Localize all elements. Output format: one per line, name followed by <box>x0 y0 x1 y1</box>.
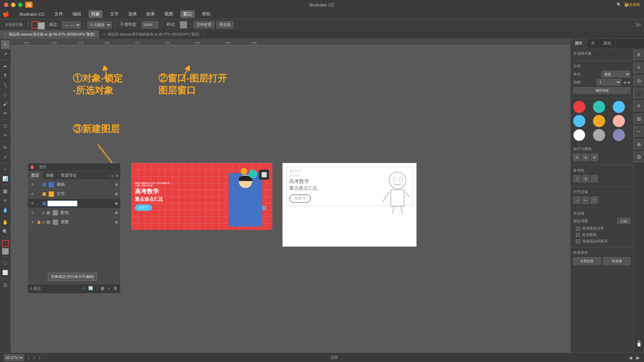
align-right-edge[interactable]: ⊤ <box>591 196 598 204</box>
guide-btn-3[interactable]: ↕ <box>591 175 598 182</box>
layers-tab-layers[interactable]: 图层 <box>28 171 43 180</box>
layer-move-to-clip[interactable]: ▦ <box>101 286 104 292</box>
layer-visibility-3[interactable]: 👁 <box>31 210 35 215</box>
layer-visibility-1[interactable]: 👁 <box>31 192 35 196</box>
panel-tab-properties[interactable]: 属性 <box>571 39 587 48</box>
tab-0[interactable]: ✕ 插边风-banner演示稿.ai @ 66.67% (RGB/GPU 预览) <box>0 30 99 39</box>
rp-icon-6[interactable]: ⊞ <box>634 113 644 124</box>
layer-expand-3[interactable]: ▶ <box>43 211 45 215</box>
swatch-orange[interactable] <box>593 115 605 127</box>
layers-tab-artboards[interactable]: 画板 <box>43 171 57 180</box>
zoom-select[interactable]: 66.67% <box>4 354 24 361</box>
mesh-tool[interactable]: # <box>1 196 10 205</box>
expand-icon[interactable]: ≫ <box>635 21 641 28</box>
pencil-tool[interactable]: ✏ <box>1 109 10 118</box>
warp-tool[interactable]: ~ <box>1 165 10 174</box>
tab-close-1[interactable]: ✕ <box>103 33 106 36</box>
layer-name-input-2[interactable] <box>47 200 77 206</box>
guide-btn-2[interactable]: ⊞ <box>582 175 589 182</box>
guide-btn-1[interactable]: | <box>573 175 581 182</box>
shape-tool[interactable]: □ <box>1 90 10 99</box>
status-forward[interactable]: ▶ <box>636 355 640 360</box>
stroke-color-left[interactable] <box>2 240 9 247</box>
menu-window[interactable]: 窗口 <box>180 10 195 18</box>
minimize-button[interactable] <box>11 3 15 7</box>
normal-mode[interactable]: □ <box>1 259 10 267</box>
rp-icon-1[interactable]: A <box>634 50 644 60</box>
status-back[interactable]: ◀ <box>629 355 632 360</box>
swatch-gray[interactable] <box>593 129 605 141</box>
fill-color-left[interactable] <box>2 248 9 255</box>
apple-menu[interactable]: 🍎 <box>3 11 9 17</box>
scale-tool[interactable]: ⤢ <box>1 153 10 161</box>
artboard-prev[interactable]: ◀ <box>623 80 626 84</box>
opacity-input[interactable] <box>142 21 158 28</box>
align-left-edge[interactable]: ⊣ <box>573 196 581 204</box>
screen-mode[interactable]: ⊡ <box>1 281 10 289</box>
panel-tab-library[interactable]: 库 <box>587 39 599 48</box>
round-corners-checkbox[interactable] <box>576 233 580 237</box>
kb-increment-input[interactable] <box>617 218 631 224</box>
menu-text[interactable]: 文字 <box>108 10 121 18</box>
rp-icon-4[interactable]: ⬛ <box>634 88 644 99</box>
eraser-tool[interactable]: ◻ <box>1 121 10 130</box>
line-tool[interactable]: ╲ <box>1 81 10 89</box>
layer-item-2[interactable]: 👁 🔒 <box>28 199 120 208</box>
titlebar-search-icon[interactable]: 🔍 <box>616 2 622 7</box>
scale-strokes-checkbox[interactable] <box>576 239 580 243</box>
swatch-pink[interactable] <box>613 115 625 127</box>
tab-1[interactable]: ✕ 插边风-banner演示稿的副本.ai @ 67% (RGB/GPU 预览) <box>99 30 204 39</box>
layer-lock-1[interactable]: 🔒 <box>37 192 41 196</box>
menu-file[interactable]: 文件 <box>52 10 65 18</box>
swatch-cyan[interactable] <box>573 115 585 127</box>
rp-icon-2[interactable]: A <box>634 62 644 73</box>
layer-item-1[interactable]: 👁 🔒 文字 <box>28 189 120 199</box>
scissors-tool[interactable]: ✂ <box>1 131 10 139</box>
shape-select[interactable]: 3 点圆形 <box>87 21 112 28</box>
rp-icon-9[interactable]: ⚙ <box>634 152 644 162</box>
layers-menu-icon[interactable]: ≡ <box>116 173 118 178</box>
type-tool[interactable]: T <box>1 71 10 80</box>
hand-tool[interactable]: ✋ <box>1 218 10 227</box>
menu-edit[interactable]: 编辑 <box>70 10 83 18</box>
rp-icon-8[interactable]: ⊕ <box>634 139 644 149</box>
layers-collapse-icon[interactable]: « <box>111 173 114 178</box>
layer-item-3[interactable]: 👁 🔒 ▶ 配色 <box>28 208 120 218</box>
layer-lock-2[interactable]: 🔒 <box>37 201 41 206</box>
menu-effect[interactable]: 效果 <box>144 10 157 18</box>
preview-bounds-checkbox[interactable] <box>576 227 580 231</box>
draw-behind[interactable]: ⬜ <box>1 268 10 277</box>
swatch-purple[interactable] <box>613 129 625 141</box>
fill-color-box[interactable] <box>38 22 45 29</box>
swatch-teal[interactable] <box>593 101 605 113</box>
layer-item-4[interactable]: 👁 🔒 ▶ 原图 <box>28 218 120 227</box>
layer-visibility-2[interactable]: 👁 <box>31 201 35 206</box>
artboard-next[interactable]: ▶ <box>628 80 631 84</box>
menu-object[interactable]: 对象 <box>89 10 103 18</box>
layer-new-btn[interactable]: ＋ <box>107 286 111 292</box>
layer-new-layer[interactable]: 🔄 <box>88 286 93 292</box>
style-box[interactable] <box>180 21 187 28</box>
menu-help[interactable]: 帮助 <box>200 10 213 18</box>
rotate-tool[interactable]: ↻ <box>1 143 10 152</box>
swatch-red[interactable] <box>573 101 585 113</box>
close-button[interactable] <box>4 3 8 7</box>
pen-tool[interactable]: ✒ <box>1 62 10 71</box>
doc-settings-btn[interactable]: 文档设置 <box>194 21 214 28</box>
preferences-btn[interactable]: 首选项 <box>216 21 233 28</box>
swatch-blue[interactable] <box>613 101 625 113</box>
layer-lock-4[interactable]: 🔒 <box>37 220 41 225</box>
selection-tool[interactable]: ↖ <box>1 40 10 49</box>
color-picker[interactable]: 💧 <box>1 205 10 214</box>
rp-icon-3[interactable]: ◎ <box>634 75 644 86</box>
layer-visibility-4[interactable]: 👁 <box>31 220 35 225</box>
layer-expand-4[interactable]: ▶ <box>43 220 45 224</box>
maximize-button[interactable] <box>18 3 22 7</box>
rp-icon-7[interactable]: ↔ <box>634 126 644 137</box>
graph-tool[interactable]: 📊 <box>1 174 10 183</box>
layer-item-0[interactable]: 👁 🔒 插画 <box>28 180 120 189</box>
ruler-toggle[interactable]: ⊞ <box>573 154 581 161</box>
direct-selection-tool[interactable]: ↗ <box>1 50 10 58</box>
snap-toggle[interactable]: ⊞ <box>591 154 598 161</box>
stroke-type-select[interactable]: — — <box>62 21 81 28</box>
